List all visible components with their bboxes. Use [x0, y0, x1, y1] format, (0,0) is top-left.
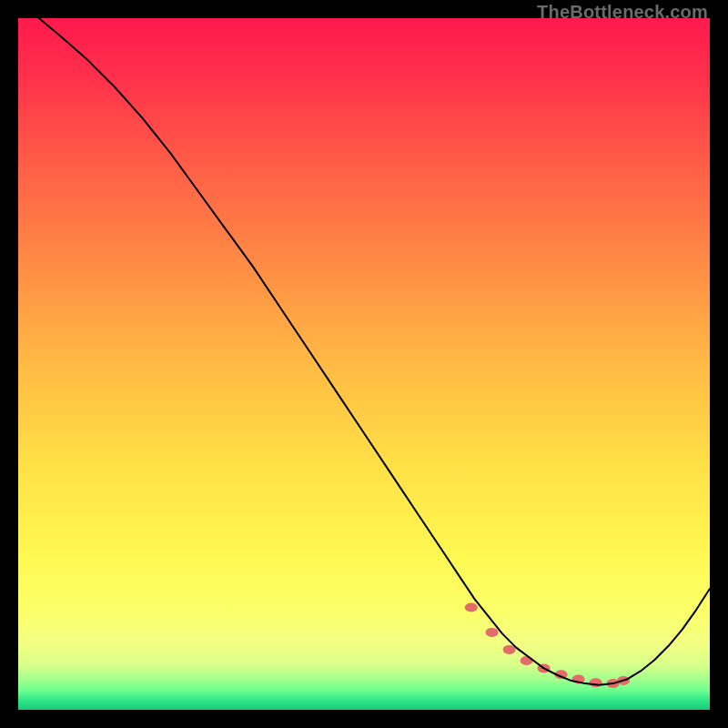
watermark-text: TheBottleneck.com: [537, 2, 708, 23]
highlight-dot: [465, 603, 478, 612]
highlight-dot: [590, 678, 602, 687]
highlight-dot: [521, 656, 533, 665]
highlight-dot: [503, 645, 516, 654]
plot-area: [18, 18, 710, 710]
chart-frame: TheBottleneck.com: [0, 0, 728, 728]
highlight-dot: [486, 628, 499, 637]
plot-svg: [18, 18, 710, 710]
heat-gradient: [18, 18, 710, 710]
